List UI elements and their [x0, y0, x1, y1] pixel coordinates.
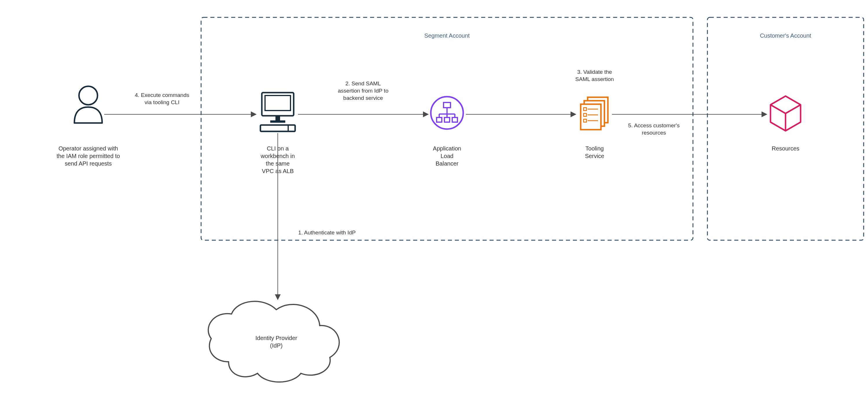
- tooling-label-line1: Tooling: [585, 145, 603, 152]
- tooling-service-icon: [581, 97, 608, 130]
- tooling-label-line2: Service: [585, 153, 604, 159]
- step2-label-line2: assertion from IdP to: [338, 88, 389, 94]
- svg-rect-9: [437, 118, 442, 122]
- step3-label-line1: 3. Validate the: [577, 69, 612, 75]
- step2-label-line1: 2. Send SAML: [345, 81, 381, 87]
- alb-label-line3: Balancer: [436, 160, 459, 167]
- operator-label-line1: Operator assigned with: [58, 145, 118, 152]
- svg-rect-5: [260, 125, 295, 131]
- step3-label-line2: SAML assertion: [575, 76, 614, 82]
- svg-rect-2: [265, 95, 290, 111]
- cli-workstation-icon: [260, 93, 295, 131]
- resources-cube-icon: [771, 96, 801, 131]
- idp-label-line1: Identity Provider: [255, 335, 298, 341]
- resources-label: Resources: [772, 145, 799, 152]
- step1-label: 1. Authenticate with IdP: [298, 230, 356, 236]
- svg-point-0: [79, 86, 97, 105]
- user-icon: [74, 86, 102, 123]
- step5-label-line2: resources: [642, 130, 666, 136]
- step5-label-line1: 5. Access customer's: [628, 122, 680, 128]
- operator-label-line2: the IAM role permitted to: [57, 153, 120, 159]
- step4-label-line2: via tooling CLI: [145, 99, 179, 105]
- idp-cloud-icon: [208, 301, 339, 382]
- segment-account-label: Segment Account: [425, 32, 470, 39]
- svg-rect-11: [452, 118, 458, 122]
- customer-account-label: Customer's Account: [760, 32, 811, 39]
- svg-rect-10: [444, 118, 450, 122]
- svg-rect-8: [443, 102, 451, 108]
- alb-icon: [431, 97, 463, 129]
- operator-label-line3: send API requests: [65, 160, 112, 167]
- step2-label-line3: backend service: [343, 95, 383, 101]
- idp-label-line2: (IdP): [270, 343, 282, 349]
- svg-rect-3: [275, 116, 280, 120]
- alb-label-line1: Application: [433, 145, 461, 152]
- step4-label-line1: 4. Execute commands: [135, 92, 189, 98]
- alb-label-line2: Load: [441, 153, 454, 159]
- svg-rect-4: [270, 120, 285, 123]
